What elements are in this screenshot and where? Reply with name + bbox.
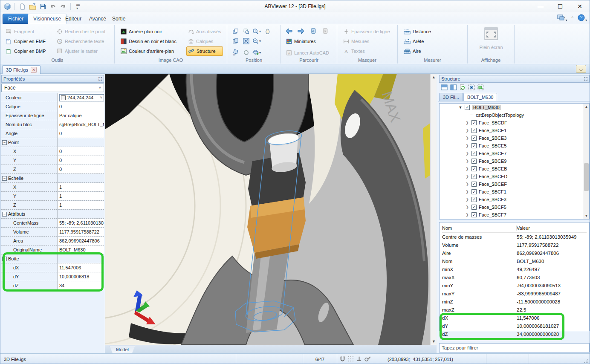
undo-button[interactable] xyxy=(49,2,57,11)
property-group-point[interactable]: −Point xyxy=(1,138,104,147)
collapse-ribbon-icon[interactable]: ⌃ xyxy=(571,16,574,20)
tree-face-row[interactable]: ❯✓Face_$BCF5 xyxy=(440,203,589,211)
save-button[interactable] xyxy=(38,2,47,11)
dessin-noir-blanc-button[interactable]: Dessin en noir et blanc xyxy=(119,37,178,46)
scroll-down-icon[interactable]: ▼ xyxy=(431,338,437,345)
checkbox-checked-icon[interactable]: ✓ xyxy=(471,166,477,171)
property-row[interactable]: X0 xyxy=(1,147,104,156)
info-row[interactable]: NomBOLT_M630 xyxy=(442,257,587,265)
tree-face-row[interactable]: ❯✓Face_$BCF7 xyxy=(440,211,589,219)
document-tab[interactable]: 3D File.igs ✕ xyxy=(2,65,40,74)
pan-hand-icon[interactable] xyxy=(263,27,272,35)
ajuster-raster-button[interactable]: Ajuster le raster xyxy=(55,46,107,56)
collapse-icon[interactable]: − xyxy=(2,212,7,217)
property-row-couleur[interactable]: Couleur 244,244,244˅ xyxy=(1,93,104,102)
tab-fichier[interactable]: Fichier xyxy=(3,14,29,24)
property-row-dx[interactable]: dX11,547006 xyxy=(1,263,104,272)
scroll-up-icon[interactable]: ▲ xyxy=(431,74,437,81)
tree-topology-row[interactable]: ┈ cstBrepObjectTopology xyxy=(440,111,589,119)
property-row[interactable]: Z0 xyxy=(1,165,104,174)
tree-vertical-scrollbar[interactable]: ▲ ▼ xyxy=(583,104,589,219)
maximize-button[interactable]: ☐ xyxy=(550,0,570,12)
couleur-arriere-plan-button[interactable]: Couleur d'arrière-plan xyxy=(119,46,178,56)
info-row-dy[interactable]: dY10,0000068181027 xyxy=(442,322,587,330)
entity-type-selector[interactable]: Face ˅ xyxy=(1,84,104,92)
aire-button[interactable]: Aire xyxy=(402,46,433,56)
grid-icon[interactable] xyxy=(348,356,354,363)
checkbox-checked-icon[interactable]: ✓ xyxy=(471,205,477,210)
checkbox-checked-icon[interactable]: ✓ xyxy=(465,105,470,110)
tree-face-row[interactable]: ❯✓Face_$BCE5 xyxy=(440,142,589,150)
info-row[interactable]: Volume1177,95917588722 xyxy=(442,241,587,249)
checkbox-checked-icon[interactable]: ✓ xyxy=(471,182,477,187)
resize-grip[interactable] xyxy=(584,358,589,364)
tree-face-row[interactable]: ❯✓Face_$BCE3 xyxy=(440,134,589,142)
distance-button[interactable]: Distance xyxy=(402,27,433,36)
copier-emf-button[interactable]: EMFCopier en EMF xyxy=(4,37,48,46)
checkbox-checked-icon[interactable]: ✓ xyxy=(471,212,477,217)
tree-face-row[interactable]: ❯✓Face_$BCE1 xyxy=(440,127,589,134)
checkbox-checked-icon[interactable]: ✓ xyxy=(471,159,477,164)
epaisseur-ligne-button[interactable]: Epaisseur de ligne xyxy=(341,27,392,36)
cad-scene[interactable]: MAX xyxy=(105,74,430,345)
open-button[interactable] xyxy=(28,2,37,11)
refresh-view-icon[interactable] xyxy=(241,48,251,57)
rechercher-texte-button[interactable]: ARechercherle texte xyxy=(55,37,107,46)
property-group-echelle[interactable]: −Echelle xyxy=(1,174,104,183)
info-row[interactable]: maxY-83,9999965909487 xyxy=(442,289,587,298)
document-tab-close-icon[interactable]: ✕ xyxy=(31,67,37,73)
style-switcher-icon[interactable]: ▾ xyxy=(557,14,567,22)
viewport-3d[interactable]: MAX xyxy=(105,74,430,345)
arriere-plan-noir-button[interactable]: Arrière plan noir xyxy=(119,27,178,36)
miniatures-button[interactable]: Miniatures xyxy=(284,37,318,46)
app-icon[interactable] xyxy=(3,2,12,11)
collapse-icon[interactable]: − xyxy=(2,257,7,261)
tree-face-row[interactable]: ❯✓Face_$BCE9 xyxy=(440,157,589,165)
collapse-icon[interactable]: − xyxy=(2,176,7,181)
checkbox-checked-icon[interactable]: ✓ xyxy=(471,143,477,148)
calques-button[interactable]: Calques xyxy=(186,37,223,46)
checkbox-checked-icon[interactable]: ✓ xyxy=(471,120,477,125)
info-row-dz[interactable]: dZ34,0000000000028 xyxy=(442,330,587,338)
tree-face-row[interactable]: ❯✓Face_$BCDF xyxy=(440,119,589,127)
property-row[interactable]: Angle0 xyxy=(1,129,104,138)
chevron-right-icon[interactable]: ❯ xyxy=(465,182,469,186)
redo-button[interactable] xyxy=(59,2,67,11)
arcs-divises-button[interactable]: Arcs divisés xyxy=(186,27,223,36)
property-row-dz[interactable]: dZ34 xyxy=(1,281,104,290)
new-document-button[interactable] xyxy=(18,2,26,11)
chevron-right-icon[interactable]: ❯ xyxy=(465,159,469,163)
chevron-right-icon[interactable]: ❯ xyxy=(465,136,469,140)
minimize-button[interactable]: — xyxy=(531,0,550,12)
chevron-right-icon[interactable]: ❯ xyxy=(465,197,469,202)
chevron-right-icon[interactable]: ❯ xyxy=(465,151,469,156)
plein-ecran-button[interactable]: Plein écran xyxy=(479,27,503,50)
checkbox-checked-icon[interactable]: ✓ xyxy=(471,128,477,133)
chevron-right-icon[interactable]: ❯ xyxy=(465,121,469,125)
checkbox-checked-icon[interactable]: ✓ xyxy=(471,189,477,194)
copy-view-icon[interactable] xyxy=(231,37,240,45)
checkbox-checked-icon[interactable]: ✓ xyxy=(471,174,477,179)
next-page-icon[interactable] xyxy=(320,27,330,35)
collapse-icon[interactable]: − xyxy=(2,140,7,145)
property-row[interactable]: Y1 xyxy=(1,192,104,201)
checkbox-checked-icon[interactable]: ✓ xyxy=(471,136,477,141)
property-row[interactable]: Calque0 xyxy=(1,102,104,111)
info-row[interactable]: minY-94,0000034090513 xyxy=(442,281,587,289)
chevron-right-icon[interactable]: ❯ xyxy=(465,190,469,194)
info-row[interactable]: Aire862,096902447806 xyxy=(442,249,587,257)
mesures-button[interactable]: Mesures xyxy=(341,37,392,46)
info-row[interactable]: Centre de masses55; -89; 2,6110301303594… xyxy=(442,233,587,241)
close-button[interactable]: ✕ xyxy=(570,0,590,12)
tree-face-row[interactable]: ❯✓Face_$BCE7 xyxy=(440,150,589,157)
zoom-out-icon[interactable]: ▾ xyxy=(252,37,261,45)
tab-editeur[interactable]: Editeur xyxy=(60,14,87,24)
property-row[interactable]: Nom du blocsgBrepBlock_BOLT_M6 xyxy=(1,120,104,129)
property-row[interactable]: Z1 xyxy=(1,201,104,210)
copier-bmp-button[interactable]: BMPCopier en BMP xyxy=(4,46,48,56)
property-row[interactable]: CenterMass55; -89; 2,6110301303 xyxy=(1,219,104,228)
textes-button[interactable]: ATextes xyxy=(341,46,392,56)
chevron-right-icon[interactable]: ❯ xyxy=(465,144,469,148)
model-tab[interactable]: Model xyxy=(110,346,135,353)
property-row[interactable]: Area862,096902447806 xyxy=(1,237,104,246)
